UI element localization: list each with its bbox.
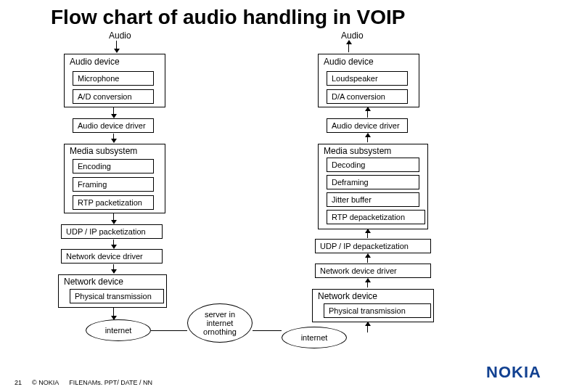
decoding-box: Decoding (327, 158, 419, 172)
arrow-icon (348, 41, 349, 52)
nokia-logo: NOKIA (486, 363, 541, 382)
arrow-icon (367, 107, 368, 118)
right-phys-box: Physical transmission (324, 303, 431, 318)
right-media-label: Media subsystem (324, 146, 391, 156)
adc-box: A/D conversion (73, 89, 154, 104)
connector-line (253, 330, 282, 331)
right-udp-box: UDP / IP depacketization (315, 239, 431, 253)
arrow-icon (367, 134, 368, 142)
left-internet-cloud: internet (86, 319, 151, 341)
loudspeaker-box: Loudspeaker (327, 71, 408, 86)
left-driver-box: Audio device driver (73, 118, 154, 133)
left-netdriver-box: Network device driver (61, 249, 163, 264)
microphone-box: Microphone (73, 71, 154, 86)
page-number: 21 (15, 379, 22, 386)
left-netdevice-label: Network device (64, 277, 123, 287)
arrow-icon (113, 240, 114, 248)
right-internet-cloud: internet (282, 327, 347, 348)
filename: FILENAMs. PPT/ DATE / NN (69, 379, 152, 386)
copyright: © NOKIA (32, 379, 59, 386)
left-udp-box: UDP / IP packetization (61, 224, 163, 239)
arrow-icon (113, 134, 114, 142)
arrow-icon (113, 308, 114, 319)
page-title: Flow chart of audio handling in VOIP (51, 6, 405, 29)
left-media-label: Media subsystem (70, 146, 137, 156)
right-netdevice-label: Network device (318, 291, 377, 301)
footer: 21 © NOKIA FILENAMs. PPT/ DATE / NN (15, 379, 152, 386)
left-phys-box: Physical transmission (70, 289, 164, 303)
arrow-icon (367, 229, 368, 238)
center-server-cloud: server in internet ornothing (187, 303, 253, 343)
encoding-box: Encoding (73, 159, 154, 173)
rtpd-box: RTP depacketization (327, 210, 425, 224)
arrow-icon (113, 213, 114, 224)
arrow-icon (113, 107, 114, 118)
connector-line (151, 330, 187, 331)
framing-box: Framing (73, 177, 154, 192)
left-audio-label: Audio (109, 30, 131, 41)
jitter-box: Jitter buffer (327, 192, 419, 207)
arrow-icon (113, 264, 114, 273)
rtp-box: RTP packetization (73, 195, 154, 210)
arrow-icon (367, 254, 368, 263)
right-netdriver-box: Network device driver (315, 264, 431, 278)
right-driver-box: Audio device driver (327, 118, 408, 133)
arrow-icon (116, 41, 117, 52)
right-audio-device-label: Audio device (324, 57, 374, 67)
arrow-icon (367, 322, 368, 332)
dac-box: D/A conversion (327, 89, 408, 104)
deframing-box: Deframing (327, 175, 419, 189)
left-audio-device-label: Audio device (70, 57, 120, 67)
arrow-icon (367, 279, 368, 287)
right-audio-label: Audio (341, 30, 364, 41)
